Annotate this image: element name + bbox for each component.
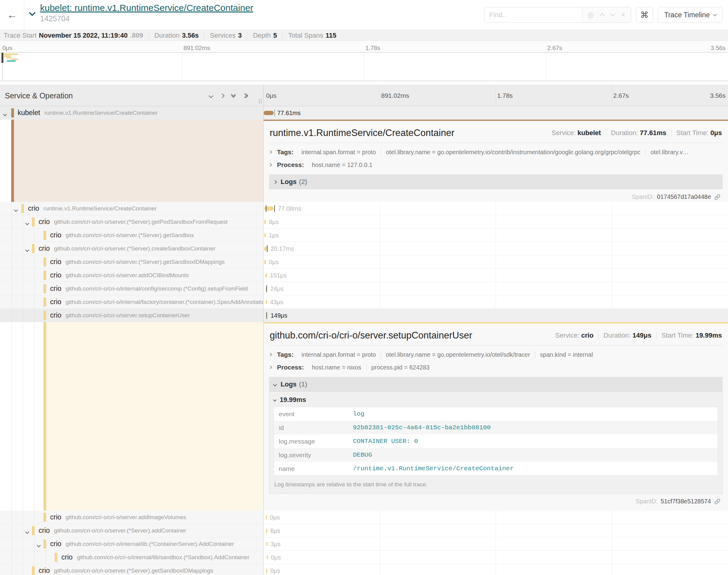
span-color-bar — [55, 553, 57, 562]
span-detail-panel: github.com/cri-o/cri-o/server.setupConta… — [264, 322, 728, 511]
clear-search-icon[interactable]: × — [621, 11, 625, 19]
log-fields-table: event log id 92b82381-025c-4a64-815c-ba2… — [274, 407, 718, 476]
span-service: crio — [61, 553, 73, 561]
span-color-bar — [43, 231, 46, 240]
span-row-lib-addcontainer[interactable]: crio github.com/cri-o/cri-o/internal/lib… — [0, 537, 728, 551]
keyboard-shortcuts-button[interactable]: ⌘ — [636, 7, 653, 23]
detail-start-time: Start Time:0μs — [671, 129, 722, 137]
span-duration: 24μs — [270, 285, 284, 292]
log-field-row: id 92b82381-025c-4a64-815c-ba2e1bb08100 — [274, 421, 718, 434]
span-color-bar — [43, 271, 46, 280]
detail-indent-block — [43, 322, 263, 511]
expand-one-icon[interactable] — [221, 93, 224, 99]
collapse-children-icon[interactable] — [26, 529, 29, 535]
find-input[interactable] — [485, 7, 582, 23]
span-bar[interactable] — [264, 111, 274, 115]
span-row-sandbox-addcontainer[interactable]: crio github.com/cri-o/cri-o/internal/lib… — [0, 551, 728, 564]
collapse-one-icon[interactable] — [209, 93, 212, 99]
column-resize-handle[interactable] — [259, 99, 262, 104]
span-operation: github.com/cri-o/cri-o/internal/factory/… — [66, 299, 264, 305]
back-button[interactable]: ← — [0, 0, 24, 30]
span-row-getsandbox[interactable]: crio github.com/cri-o/cri-o/server.(*Ser… — [0, 229, 728, 242]
span-row-crio-createcontainer[interactable]: crio runtime.v1.RuntimeService/CreateCon… — [0, 202, 728, 215]
tag: internal.span.format = proto — [296, 149, 381, 156]
span-bar[interactable] — [264, 233, 266, 237]
collapse-children-icon[interactable] — [4, 111, 6, 117]
next-result-icon[interactable] — [611, 12, 615, 18]
span-color-bar — [43, 513, 46, 522]
deep-link-icon[interactable] — [714, 194, 721, 200]
span-color-bar — [43, 298, 46, 307]
timeline-ruler: 0μs 891.02ms 1.78s 2.67s 3.56s — [264, 85, 728, 106]
span-row-addimagevolumes[interactable]: crio github.com/cri-o/cri-o/server.addIm… — [0, 511, 728, 524]
collapse-title-chevron-icon[interactable] — [29, 9, 36, 16]
locate-icon[interactable]: ◎ — [587, 11, 594, 19]
span-bar[interactable] — [266, 542, 268, 546]
process-tag: process.pid = 624283 — [367, 364, 435, 371]
span-operation: github.com/cri-o/cri-o/internal/lib.(*Co… — [66, 541, 234, 547]
collapse-all-icon[interactable] — [232, 93, 235, 99]
span-bar[interactable] — [264, 246, 267, 251]
span-color-bar — [32, 526, 35, 535]
collapse-children-icon[interactable] — [26, 247, 29, 252]
view-selector-button[interactable]: Trace Timeline — [658, 7, 723, 23]
span-color-bar — [21, 204, 24, 213]
span-operation: github.com/cri-o/cri-o/server.(*Server).… — [66, 259, 225, 265]
logs-accordion[interactable]: Logs(2) — [269, 175, 723, 189]
span-row-setupcontaineruser[interactable]: crio github.com/cri-o/cri-o/server.setup… — [0, 309, 728, 322]
span-service: crio — [50, 513, 61, 521]
span-bar[interactable] — [264, 206, 274, 211]
span-operation: github.com/cri-o/cri-o/server.setupConta… — [66, 312, 190, 319]
span-bar[interactable] — [267, 555, 268, 560]
process-accordion[interactable]: Process: host.name = nixos process.pid =… — [269, 364, 723, 371]
detail-title: runtime.v1.RuntimeService/CreateContaine… — [270, 128, 454, 138]
span-duration: 8μs — [269, 218, 279, 226]
minimap-scrubber-handle[interactable] — [2, 53, 3, 63]
log-field-row: name /runtime.v1.RuntimeService/CreateCo… — [274, 462, 718, 475]
log-entry-accordion[interactable]: 19.99ms — [274, 393, 718, 407]
trace-title-link[interactable]: kubelet: runtime.v1.RuntimeService/Creat… — [40, 2, 253, 13]
span-color-bar — [43, 539, 46, 549]
span-bar[interactable] — [266, 300, 267, 304]
span-operation: runtime.v1.RuntimeService/CreateContaine… — [43, 205, 157, 212]
process-tag: host.name = nixos — [307, 364, 367, 371]
span-bar[interactable] — [266, 569, 267, 573]
tag: otel.library.name = go.opentelemetry.io/… — [381, 149, 646, 156]
expand-all-icon[interactable] — [243, 93, 247, 99]
collapse-children-icon[interactable] — [37, 543, 40, 548]
span-bar[interactable] — [266, 313, 267, 317]
span-bar[interactable] — [266, 286, 267, 291]
span-row-getsandboxidmappings[interactable]: crio github.com/cri-o/cri-o/server.(*Ser… — [0, 255, 728, 269]
collapse-children-icon[interactable] — [14, 207, 17, 212]
minimap-canvas[interactable] — [0, 52, 728, 81]
span-operation: github.com/cri-o/cri-o/server.(*Server).… — [54, 567, 213, 574]
process-accordion[interactable]: Process: host.name = 127.0.0.1 — [269, 161, 723, 168]
span-bar[interactable] — [264, 260, 266, 264]
span-row-specaddannotations[interactable]: crio github.com/cri-o/cri-o/internal/fac… — [0, 295, 728, 309]
span-row-addcontainer[interactable]: crio github.com/cri-o/cri-o/server.(*Ser… — [0, 524, 728, 537]
collapse-children-icon[interactable] — [26, 221, 29, 226]
span-row-createsandboxcontainer[interactable]: crio github.com/cri-o/cri-o/server.(*Ser… — [0, 242, 728, 255]
trace-start: Trace StartNovember 15 2022, 11:19:40.80… — [4, 32, 149, 39]
tags-accordion[interactable]: Tags: internal.span.format = proto otel.… — [269, 148, 723, 156]
log-field-row: event log — [274, 407, 718, 421]
span-bar[interactable] — [266, 529, 267, 533]
logs-accordion[interactable]: Logs(1) — [269, 377, 723, 392]
span-row-kubelet-createcontainer[interactable]: kubelet runtime.v1.RuntimeService/Create… — [0, 106, 728, 120]
log-field-row: log.message CONTAINER USER: 0 — [274, 434, 718, 448]
span-row-getpodsandboxfromrequest[interactable]: crio github.com/cri-o/cri-o/server.(*Ser… — [0, 215, 728, 229]
span-bar[interactable] — [264, 220, 266, 224]
prev-result-icon[interactable] — [600, 12, 604, 18]
span-bar[interactable] — [266, 515, 267, 519]
span-row-seccomp-setupfromfield[interactable]: crio github.com/cri-o/cri-o/internal/con… — [0, 282, 728, 295]
spanid-value: 0174567d17a0448e — [657, 193, 711, 200]
span-service: crio — [50, 311, 61, 319]
span-row-addocibindmounts[interactable]: crio github.com/cri-o/cri-o/server.addOC… — [0, 269, 728, 282]
deep-link-icon[interactable] — [714, 498, 721, 505]
span-service: crio — [39, 218, 50, 226]
span-bar[interactable] — [265, 273, 267, 277]
chevron-down-icon — [713, 12, 717, 16]
span-row-getsandboxidmappings-2[interactable]: crio github.com/cri-o/cri-o/server.(*Ser… — [0, 564, 728, 575]
tags-accordion[interactable]: Tags: internal.span.format = proto otel.… — [269, 351, 723, 358]
span-duration: 77.61ms — [277, 110, 301, 116]
